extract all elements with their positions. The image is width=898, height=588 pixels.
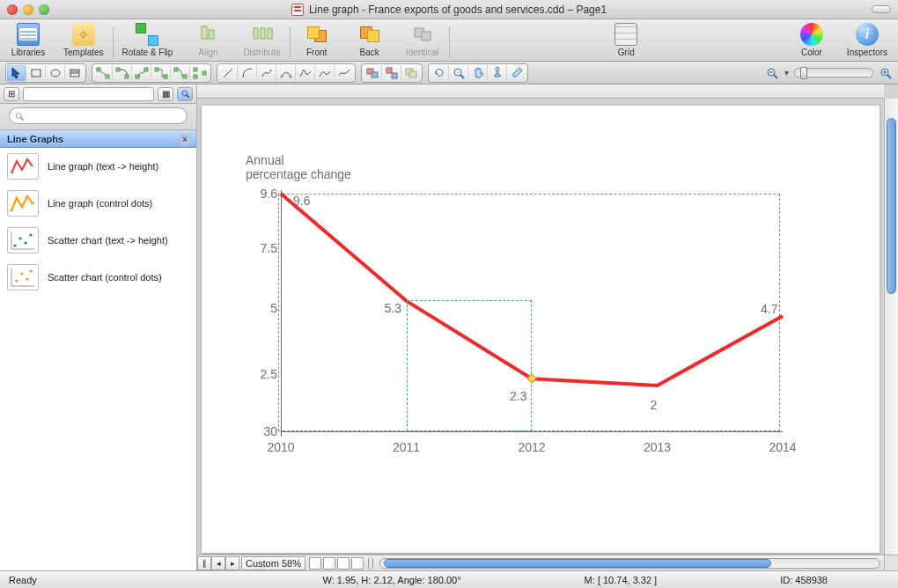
- sidebar-search-input[interactable]: [9, 107, 188, 124]
- line-graph-dots-icon: [7, 190, 39, 217]
- scroll-pause-button[interactable]: ‖: [197, 556, 211, 570]
- inspectors-label: Inspectors: [847, 48, 887, 57]
- data-label: 2.3: [510, 389, 526, 403]
- back-button[interactable]: Back: [352, 23, 387, 57]
- back-label: Back: [360, 48, 379, 57]
- x-tick-label: 2012: [518, 440, 545, 454]
- libraries-button[interactable]: Libraries: [11, 23, 46, 57]
- page-thumb[interactable]: [351, 557, 364, 570]
- page[interactable]: Annual percentage change 9.67.552.530201…: [202, 106, 880, 553]
- window-close-button[interactable]: [7, 4, 18, 15]
- bezier-tool[interactable]: [276, 65, 296, 81]
- distribute-icon: [251, 23, 274, 46]
- refresh-tool[interactable]: [430, 65, 449, 81]
- group-tools-group: [361, 63, 423, 83]
- grid-label: Grid: [618, 48, 635, 57]
- sidebar-filter-field[interactable]: [23, 87, 154, 101]
- spline-tool[interactable]: [257, 65, 276, 81]
- thumbnail-view-button[interactable]: ▦: [158, 87, 173, 101]
- pointer-tool[interactable]: [7, 65, 26, 81]
- sidebar-search-mode-button[interactable]: [177, 87, 193, 101]
- page-thumb[interactable]: [309, 557, 321, 570]
- canvas-viewport[interactable]: Annual percentage change 9.67.552.530201…: [197, 99, 884, 555]
- line-chart[interactable]: Annual percentage change 9.67.552.530201…: [202, 106, 880, 553]
- inspectors-button[interactable]: Inspectors: [847, 23, 887, 57]
- hand-tool[interactable]: [468, 65, 488, 81]
- x-axis-line: [281, 431, 783, 432]
- scroll-left-button[interactable]: ◂: [211, 556, 225, 570]
- connector-round-tool[interactable]: [171, 65, 190, 81]
- align-button[interactable]: Align: [190, 23, 225, 57]
- svg-rect-15: [116, 68, 120, 71]
- chart-line: [281, 194, 783, 431]
- library-item[interactable]: Line graph (control dots): [0, 185, 196, 222]
- zoom-level-box[interactable]: Custom 58%: [241, 556, 305, 570]
- scatter-text-icon: [7, 227, 39, 254]
- svg-rect-12: [97, 68, 100, 71]
- svg-point-49: [16, 197, 18, 200]
- connector-bezier-tool[interactable]: [132, 65, 151, 81]
- horizontal-scrollbar-thumb[interactable]: [384, 559, 771, 568]
- library-item[interactable]: Scatter chart (text -> height): [0, 222, 196, 259]
- front-button[interactable]: Front: [299, 23, 335, 57]
- panel-close-icon[interactable]: ×: [179, 133, 191, 145]
- connector-arc-tool[interactable]: [113, 65, 132, 81]
- connector-direct-tool[interactable]: [93, 65, 113, 81]
- library-item[interactable]: Line graph (text -> height): [0, 148, 196, 185]
- vertical-scrollbar-thumb[interactable]: [887, 118, 896, 294]
- zoom-tool[interactable]: [449, 65, 468, 81]
- svg-line-41: [887, 75, 891, 78]
- distribute-button[interactable]: Distribute: [243, 23, 280, 57]
- library-item[interactable]: Scatter chart (control dots): [0, 259, 196, 296]
- svg-line-45: [186, 95, 188, 98]
- ungroup-tool[interactable]: [382, 65, 401, 81]
- status-dimensions: W: 1.95, H: 2.12, Angle: 180.00°: [323, 575, 461, 585]
- page-thumb[interactable]: [337, 557, 350, 570]
- zoom-out-icon[interactable]: [765, 66, 779, 80]
- combine-tool[interactable]: [401, 65, 421, 81]
- line-tool[interactable]: [218, 65, 238, 81]
- page-slider[interactable]: [368, 557, 373, 570]
- zoom-slider-thumb[interactable]: [800, 67, 807, 79]
- rotate-flip-button[interactable]: Rotate & Flip: [122, 23, 173, 57]
- text-tool[interactable]: [65, 65, 85, 81]
- polyline-tool[interactable]: [296, 65, 315, 81]
- y-tick-label: 30: [263, 424, 277, 438]
- tree-view-button[interactable]: ⊞: [4, 87, 19, 101]
- window-zoom-button[interactable]: [39, 4, 49, 15]
- page-thumb[interactable]: [323, 557, 335, 570]
- connector-right-angle-tool[interactable]: [190, 65, 210, 81]
- rectangle-tool[interactable]: [26, 65, 46, 81]
- library-item-label: Line graph (text -> height): [48, 161, 158, 172]
- svg-rect-3: [261, 28, 265, 39]
- polyline-round-tool[interactable]: [315, 65, 335, 81]
- grid-button[interactable]: Grid: [608, 23, 644, 57]
- scrollbar-corner: [884, 555, 898, 570]
- vertical-scrollbar[interactable]: [884, 99, 898, 555]
- pencil-tool[interactable]: [335, 65, 354, 81]
- ruler-horizontal: [197, 85, 884, 99]
- scroll-right-button[interactable]: ▸: [225, 556, 239, 570]
- eyedropper-tool[interactable]: [507, 65, 526, 81]
- color-button[interactable]: Color: [794, 23, 829, 57]
- rotate-flip-icon: [136, 23, 158, 46]
- svg-point-8: [51, 70, 60, 77]
- group-tool[interactable]: [363, 65, 382, 81]
- toolbar-pill-button[interactable]: [872, 5, 891, 13]
- zoom-slider[interactable]: [794, 68, 873, 77]
- svg-rect-32: [392, 73, 397, 78]
- zoom-dropdown-icon[interactable]: ▾: [784, 68, 789, 77]
- connector-smart-tool[interactable]: [151, 65, 171, 81]
- page-thumbnails: [309, 557, 365, 570]
- stamp-tool[interactable]: [488, 65, 507, 81]
- search-icon: [14, 111, 25, 121]
- zoom-in-icon[interactable]: [879, 66, 893, 80]
- svg-point-57: [24, 241, 26, 244]
- ellipse-tool[interactable]: [46, 65, 65, 81]
- arc-tool[interactable]: [238, 65, 257, 81]
- horizontal-scrollbar[interactable]: [379, 558, 880, 569]
- window-minimize-button[interactable]: [23, 4, 33, 15]
- templates-button[interactable]: Templates: [63, 23, 104, 57]
- library-panel-header[interactable]: Line Graphs ×: [0, 130, 196, 148]
- identical-button[interactable]: Identical: [405, 23, 440, 57]
